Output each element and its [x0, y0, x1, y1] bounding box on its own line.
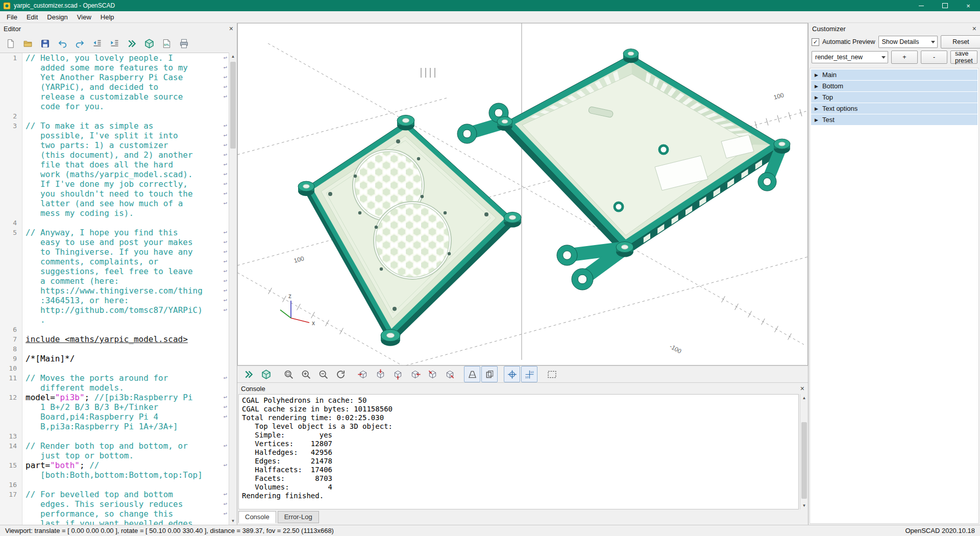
save-preset-button[interactable]: save preset — [950, 51, 977, 64]
show-crosshairs-icon[interactable] — [504, 366, 520, 382]
code-row[interactable]: 7include <maths/yarpic_model.scad> — [0, 334, 229, 344]
code-row[interactable]: . — [0, 315, 229, 325]
expand-arrow-icon[interactable]: ▶ — [815, 72, 818, 78]
zoom-out-icon[interactable] — [315, 366, 331, 382]
code-row[interactable]: different models. — [0, 383, 229, 393]
code-row[interactable]: 6 — [0, 325, 229, 334]
expand-arrow-icon[interactable]: ▶ — [815, 117, 818, 123]
scroll-up-icon[interactable]: ▲ — [800, 394, 808, 402]
case-bottom-part[interactable] — [298, 115, 521, 346]
indent-icon[interactable] — [106, 35, 122, 52]
code-row[interactable]: Board,pi4:Raspberry Pi 4↩ — [0, 412, 229, 422]
view-top-icon[interactable] — [372, 366, 388, 382]
customizer-group-top[interactable]: ▶Top — [811, 92, 977, 103]
code-row[interactable]: 10 — [0, 363, 229, 373]
view-right-icon[interactable] — [355, 366, 371, 382]
view-bottom-icon[interactable] — [389, 366, 406, 382]
3d-viewport[interactable]: 100 -100 100 — [237, 23, 808, 366]
export-stl-icon[interactable]: STL — [158, 35, 175, 52]
console-close-icon[interactable]: × — [800, 384, 804, 393]
customizer-group-test[interactable]: ▶Test — [811, 114, 977, 125]
case-top-part[interactable] — [457, 49, 790, 290]
render-icon[interactable] — [141, 35, 157, 52]
undo-icon[interactable] — [54, 35, 70, 52]
view-back-icon[interactable] — [442, 366, 458, 382]
code-row[interactable]: 1// Hello, you lovely people. I↩ — [0, 53, 229, 63]
code-row[interactable]: 5// Anyway, I hope you find this↩ — [0, 228, 229, 237]
code-row[interactable]: you shouldn't need to touch the↩ — [0, 189, 229, 199]
customizer-group-bottom[interactable]: ▶Bottom — [811, 81, 977, 91]
customizer-close-icon[interactable]: × — [972, 25, 976, 33]
code-row[interactable]: edges. This seriously reduces↩ — [0, 499, 229, 509]
details-dropdown[interactable]: Show Details — [878, 36, 938, 48]
tab-console[interactable]: Console — [238, 511, 276, 523]
code-row[interactable]: 11// Moves the ports around for↩ — [0, 373, 229, 383]
3d-model[interactable]: 100 -100 100 — [237, 23, 808, 366]
code-row[interactable]: added some more features to my↩ — [0, 63, 229, 72]
code-row[interactable]: a comment (here:↩ — [0, 276, 229, 286]
scroll-down-icon[interactable]: ▼ — [229, 517, 237, 525]
code-row[interactable]: 12model="pi3b"; //[pi3b:Raspberry Pi↩ — [0, 393, 229, 402]
code-row[interactable]: 3// To make it as simple as↩ — [0, 121, 229, 131]
zoom-in-icon[interactable] — [298, 366, 314, 382]
console-scrollbar[interactable]: ▲ ▼ — [800, 394, 808, 509]
code-row[interactable]: :3464513, or here:↩ — [0, 296, 229, 305]
code-row[interactable]: 16 — [0, 480, 229, 490]
reset-view-icon[interactable] — [332, 366, 349, 382]
redo-icon[interactable] — [71, 35, 88, 52]
code-row[interactable]: https://www.thingiverse.com/thing↩ — [0, 286, 229, 296]
save-icon[interactable] — [37, 35, 53, 52]
code-row[interactable]: 1 B+/2 B/3 B/3 B+/Tinker↩ — [0, 402, 229, 412]
zoom-all-icon[interactable] — [280, 366, 297, 382]
menu-file[interactable]: File — [2, 12, 22, 22]
preview-icon[interactable] — [240, 366, 257, 382]
code-row[interactable]: http://github.com/tomsc87/YARPiC)↩ — [0, 305, 229, 315]
code-row[interactable]: possible, I've split it into↩ — [0, 131, 229, 140]
minimize-button[interactable] — [910, 0, 933, 11]
console-scroll-track[interactable] — [800, 402, 808, 502]
code-row[interactable]: 15part="both"; //↩ — [0, 460, 229, 470]
scroll-down-icon[interactable]: ▼ — [800, 502, 808, 509]
code-row[interactable]: latter (and see how much of a↩ — [0, 199, 229, 208]
expand-arrow-icon[interactable]: ▶ — [815, 84, 818, 89]
code-row[interactable]: 13 — [0, 431, 229, 441]
code-row[interactable]: just top or bottom. — [0, 451, 229, 460]
preset-dropdown[interactable]: render_test_new — [812, 51, 888, 63]
code-row[interactable]: comments, complaints, or↩ — [0, 257, 229, 266]
code-row[interactable]: last if you want bevelled edges. — [0, 519, 229, 525]
code-row[interactable]: work (maths/yarpic_model.scad).↩ — [0, 169, 229, 179]
editor-scroll-track[interactable] — [229, 60, 237, 517]
print-icon[interactable] — [176, 35, 192, 52]
render-icon[interactable] — [258, 366, 274, 382]
console-output[interactable]: CGAL Polyhedrons in cache: 50CGAL cache … — [238, 394, 799, 509]
code-row[interactable]: easy to use and post your makes↩ — [0, 237, 229, 247]
code-area[interactable]: 1// Hello, you lovely people. I↩added so… — [0, 53, 229, 525]
add-preset-button[interactable]: + — [891, 51, 918, 64]
scroll-up-icon[interactable]: ▲ — [229, 53, 237, 60]
code-row[interactable]: 4 — [0, 218, 229, 228]
code-row[interactable]: code for you. — [0, 102, 229, 111]
show-scale-icon[interactable]: 1010 — [521, 366, 537, 382]
code-row[interactable]: performance, so change this↩ — [0, 509, 229, 519]
code-row[interactable]: 14// Render both top and bottom, or↩ — [0, 441, 229, 451]
customizer-group-text-options[interactable]: ▶Text options — [811, 103, 977, 114]
remove-preset-button[interactable]: - — [921, 51, 947, 64]
maximize-button[interactable] — [933, 0, 957, 11]
view-all-icon[interactable] — [544, 366, 560, 382]
code-row[interactable]: Yet Another Raspberry Pi Case↩ — [0, 72, 229, 82]
code-row[interactable]: 17// For bevelled top and bottom↩ — [0, 490, 229, 499]
editor-close-icon[interactable]: × — [229, 25, 233, 33]
code-row[interactable]: 8 — [0, 344, 229, 354]
code-row[interactable]: to Thingiverse. If you have any↩ — [0, 247, 229, 257]
new-file-icon[interactable] — [2, 35, 18, 52]
code-row[interactable]: suggestions, feel free to leave↩ — [0, 266, 229, 276]
automatic-preview-checkbox[interactable]: ✓ — [812, 38, 819, 46]
reset-button[interactable]: Reset — [941, 35, 980, 48]
code-row[interactable]: release a customizable source↩ — [0, 92, 229, 102]
customizer-group-main[interactable]: ▶Main — [811, 69, 977, 80]
view-left-icon[interactable] — [407, 366, 423, 382]
code-row[interactable]: (YARPiC), and decided to↩ — [0, 82, 229, 92]
orthographic-icon[interactable] — [481, 366, 498, 382]
expand-arrow-icon[interactable]: ▶ — [815, 95, 818, 100]
open-icon[interactable] — [19, 35, 36, 52]
